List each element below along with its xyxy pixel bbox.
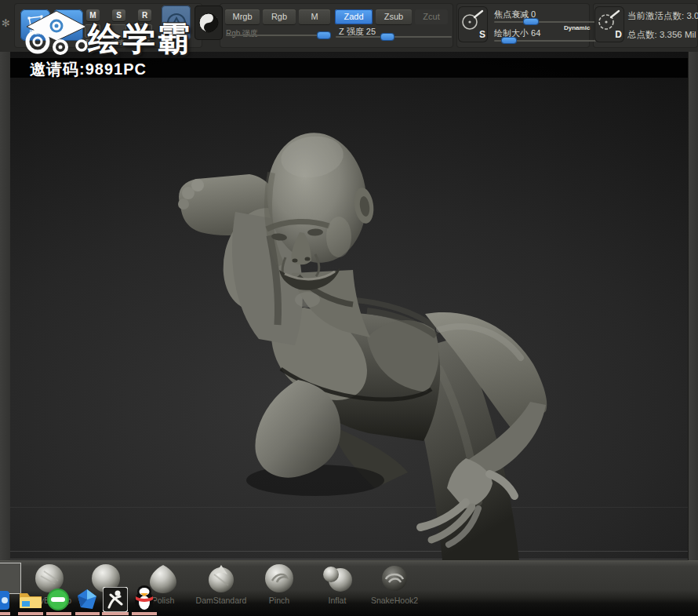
density-button[interactable]: D	[594, 6, 624, 42]
zbrush-window: ✻ Edit M S R 移动 缩放 旋转	[0, 0, 698, 616]
pinned-app-icon[interactable]	[0, 590, 10, 611]
material-sphere-button[interactable]	[194, 5, 223, 40]
sculptris-triangle-icon	[165, 12, 187, 34]
z-intensity-track[interactable]	[336, 36, 452, 38]
mrgb-button[interactable]: Mrgb	[225, 9, 260, 24]
draw-size-handle[interactable]	[502, 38, 516, 43]
draw-crosshair-icon	[59, 16, 78, 34]
edit-lasso-icon	[26, 15, 45, 27]
scale-key-button[interactable]: S	[112, 9, 125, 21]
taskbar-underline	[0, 612, 10, 615]
active-points-stat: 当前激活点数: 3.063 Mil	[627, 10, 698, 22]
brush-label: DamStandard	[190, 596, 253, 605]
rgb-intensity-track[interactable]	[226, 35, 330, 36]
m-button[interactable]: M	[299, 9, 330, 24]
zcut-button[interactable]: Zcut	[415, 9, 448, 24]
rgb-intensity-handle[interactable]	[318, 32, 330, 38]
brush-sphere-icon	[264, 563, 294, 593]
brush-pinch[interactable]: Pinch	[257, 561, 301, 616]
density-badge: D	[615, 29, 622, 40]
taskbar-underline	[102, 612, 129, 615]
rgb-button[interactable]: Rgb	[263, 9, 296, 24]
right-canvas-rail[interactable]	[688, 52, 698, 560]
qq-penguin-icon[interactable]	[133, 584, 156, 612]
total-points-label: 总点数:	[627, 30, 657, 39]
sculptris-pro-button[interactable]	[162, 5, 191, 40]
rotate-gizmo-icon[interactable]	[136, 24, 152, 38]
active-points-value: 3.063 Mil	[686, 11, 698, 20]
move-gizmo-icon[interactable]	[85, 24, 100, 38]
move-caption: 移动	[81, 38, 103, 46]
move-key-button[interactable]: M	[86, 9, 100, 21]
brush-label: Inflat	[306, 596, 369, 605]
rgb-intensity-label: Rgb 强度	[226, 28, 258, 39]
brush-label: Pinch	[248, 596, 311, 605]
focal-shift-handle[interactable]	[524, 19, 538, 24]
draw-size-value: 64	[531, 28, 540, 38]
total-points-stat: 总点数: 3.356 Mil	[627, 29, 696, 41]
focal-shift-label-text: 焦点衰减	[494, 9, 529, 19]
brush-damstandard[interactable]: DamStandard	[199, 561, 243, 616]
scale-caption: 缩放	[107, 38, 129, 46]
taskbar-underline	[75, 612, 100, 615]
document-area: 邀请码:9891PC	[0, 52, 698, 560]
focal-shift-track[interactable]	[494, 21, 602, 23]
blue-3d-app-icon[interactable]	[76, 589, 98, 611]
point-stats: 当前激活点数: 3.063 Mil 总点数: 3.356 Mil	[627, 0, 698, 52]
green-sync-app-icon[interactable]	[47, 589, 69, 611]
draw-size-label-text: 绘制大小	[494, 28, 529, 38]
z-intensity-value: 25	[366, 27, 376, 36]
stroke-curve-button[interactable]: S	[458, 6, 488, 42]
active-points-label: 当前激活点数:	[627, 11, 684, 20]
brush-sphere-icon	[380, 563, 409, 593]
zsub-button[interactable]: Zsub	[376, 9, 412, 24]
focal-shift-value: 0	[531, 9, 536, 19]
brush-sphere-icon	[322, 563, 352, 593]
sculpt-canvas[interactable]: 邀请码:9891PC	[10, 52, 688, 560]
brush-inflat[interactable]: Inflat	[315, 561, 359, 616]
draw-size-label: 绘制大小 64	[494, 27, 540, 39]
rotate-key-button[interactable]: R	[138, 9, 151, 21]
dynamic-mode-label[interactable]: Dynamic	[564, 24, 590, 31]
file-explorer-icon[interactable]	[19, 590, 42, 610]
clipped-left-icon: ✻	[2, 17, 10, 29]
material-sphere-icon	[198, 12, 220, 34]
taskbar-underline	[46, 612, 71, 615]
edit-button-label: Edit	[29, 29, 42, 36]
zadd-button[interactable]: Zadd	[335, 9, 373, 24]
zbrush-icon[interactable]	[103, 587, 128, 612]
sculpted-figure	[10, 52, 688, 560]
taskbar-underline	[132, 612, 157, 615]
scale-gizmo-icon[interactable]	[111, 24, 126, 38]
stroke-badge: S	[479, 29, 485, 40]
selected-brush-slot[interactable]	[0, 563, 21, 594]
draw-button[interactable]	[53, 9, 83, 41]
edit-button[interactable]: Edit	[20, 9, 50, 41]
z-intensity-label-text: Z 强度	[339, 27, 364, 36]
brush-sphere-icon	[206, 563, 236, 593]
z-intensity-handle[interactable]	[381, 34, 394, 40]
left-canvas-rail[interactable]	[0, 52, 11, 560]
brush-label: SnakeHook2	[363, 596, 426, 605]
taskbar-underline	[18, 612, 43, 615]
total-points-value: 3.356 Mil	[660, 30, 696, 39]
rotate-caption: 旋转	[133, 38, 155, 46]
brush-snakehook2[interactable]: SnakeHook2	[373, 561, 416, 616]
top-shelf-toolbar: ✻ Edit M S R 移动 缩放 旋转	[0, 0, 698, 53]
